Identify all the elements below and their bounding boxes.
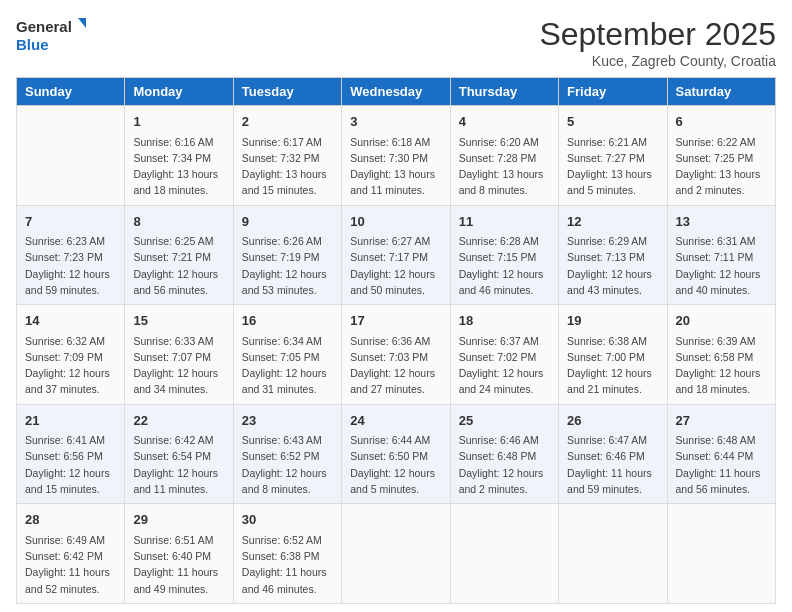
day-number: 12	[567, 212, 658, 232]
day-info: Sunrise: 6:44 AMSunset: 6:50 PMDaylight:…	[350, 432, 441, 497]
svg-marker-1	[78, 18, 86, 28]
day-number: 25	[459, 411, 550, 431]
day-number: 5	[567, 112, 658, 132]
day-number: 23	[242, 411, 333, 431]
day-info: Sunrise: 6:26 AMSunset: 7:19 PMDaylight:…	[242, 233, 333, 298]
day-number: 28	[25, 510, 116, 530]
day-cell: 6Sunrise: 6:22 AMSunset: 7:25 PMDaylight…	[667, 106, 775, 206]
day-info: Sunrise: 6:48 AMSunset: 6:44 PMDaylight:…	[676, 432, 767, 497]
day-number: 11	[459, 212, 550, 232]
week-row-3: 14Sunrise: 6:32 AMSunset: 7:09 PMDayligh…	[17, 305, 776, 405]
day-info: Sunrise: 6:28 AMSunset: 7:15 PMDaylight:…	[459, 233, 550, 298]
column-header-monday: Monday	[125, 78, 233, 106]
month-title: September 2025	[539, 16, 776, 53]
day-info: Sunrise: 6:46 AMSunset: 6:48 PMDaylight:…	[459, 432, 550, 497]
day-info: Sunrise: 6:34 AMSunset: 7:05 PMDaylight:…	[242, 333, 333, 398]
day-number: 18	[459, 311, 550, 331]
day-number: 20	[676, 311, 767, 331]
day-info: Sunrise: 6:51 AMSunset: 6:40 PMDaylight:…	[133, 532, 224, 597]
day-cell: 16Sunrise: 6:34 AMSunset: 7:05 PMDayligh…	[233, 305, 341, 405]
day-cell: 12Sunrise: 6:29 AMSunset: 7:13 PMDayligh…	[559, 205, 667, 305]
day-number: 10	[350, 212, 441, 232]
day-cell: 21Sunrise: 6:41 AMSunset: 6:56 PMDayligh…	[17, 404, 125, 504]
day-cell	[450, 504, 558, 604]
day-number: 21	[25, 411, 116, 431]
day-info: Sunrise: 6:33 AMSunset: 7:07 PMDaylight:…	[133, 333, 224, 398]
day-cell: 19Sunrise: 6:38 AMSunset: 7:00 PMDayligh…	[559, 305, 667, 405]
day-cell	[17, 106, 125, 206]
day-number: 7	[25, 212, 116, 232]
day-info: Sunrise: 6:49 AMSunset: 6:42 PMDaylight:…	[25, 532, 116, 597]
day-cell: 11Sunrise: 6:28 AMSunset: 7:15 PMDayligh…	[450, 205, 558, 305]
day-cell: 17Sunrise: 6:36 AMSunset: 7:03 PMDayligh…	[342, 305, 450, 405]
day-number: 1	[133, 112, 224, 132]
day-info: Sunrise: 6:20 AMSunset: 7:28 PMDaylight:…	[459, 134, 550, 199]
day-info: Sunrise: 6:41 AMSunset: 6:56 PMDaylight:…	[25, 432, 116, 497]
day-number: 26	[567, 411, 658, 431]
day-info: Sunrise: 6:38 AMSunset: 7:00 PMDaylight:…	[567, 333, 658, 398]
location-title: Kuce, Zagreb County, Croatia	[539, 53, 776, 69]
calendar-table: SundayMondayTuesdayWednesdayThursdayFrid…	[16, 77, 776, 604]
day-number: 4	[459, 112, 550, 132]
day-number: 27	[676, 411, 767, 431]
day-info: Sunrise: 6:18 AMSunset: 7:30 PMDaylight:…	[350, 134, 441, 199]
day-number: 22	[133, 411, 224, 431]
day-info: Sunrise: 6:36 AMSunset: 7:03 PMDaylight:…	[350, 333, 441, 398]
day-cell: 13Sunrise: 6:31 AMSunset: 7:11 PMDayligh…	[667, 205, 775, 305]
day-info: Sunrise: 6:43 AMSunset: 6:52 PMDaylight:…	[242, 432, 333, 497]
day-info: Sunrise: 6:32 AMSunset: 7:09 PMDaylight:…	[25, 333, 116, 398]
day-cell: 18Sunrise: 6:37 AMSunset: 7:02 PMDayligh…	[450, 305, 558, 405]
day-number: 9	[242, 212, 333, 232]
column-header-friday: Friday	[559, 78, 667, 106]
day-info: Sunrise: 6:29 AMSunset: 7:13 PMDaylight:…	[567, 233, 658, 298]
column-header-saturday: Saturday	[667, 78, 775, 106]
page-header: General Blue September 2025 Kuce, Zagreb…	[16, 16, 776, 69]
day-number: 15	[133, 311, 224, 331]
day-cell: 24Sunrise: 6:44 AMSunset: 6:50 PMDayligh…	[342, 404, 450, 504]
column-header-sunday: Sunday	[17, 78, 125, 106]
day-cell	[559, 504, 667, 604]
day-cell: 1Sunrise: 6:16 AMSunset: 7:34 PMDaylight…	[125, 106, 233, 206]
day-number: 3	[350, 112, 441, 132]
day-number: 14	[25, 311, 116, 331]
day-cell: 10Sunrise: 6:27 AMSunset: 7:17 PMDayligh…	[342, 205, 450, 305]
day-number: 24	[350, 411, 441, 431]
day-info: Sunrise: 6:21 AMSunset: 7:27 PMDaylight:…	[567, 134, 658, 199]
day-cell: 29Sunrise: 6:51 AMSunset: 6:40 PMDayligh…	[125, 504, 233, 604]
day-cell: 3Sunrise: 6:18 AMSunset: 7:30 PMDaylight…	[342, 106, 450, 206]
day-cell: 25Sunrise: 6:46 AMSunset: 6:48 PMDayligh…	[450, 404, 558, 504]
day-cell: 9Sunrise: 6:26 AMSunset: 7:19 PMDaylight…	[233, 205, 341, 305]
day-cell: 30Sunrise: 6:52 AMSunset: 6:38 PMDayligh…	[233, 504, 341, 604]
day-info: Sunrise: 6:47 AMSunset: 6:46 PMDaylight:…	[567, 432, 658, 497]
column-header-wednesday: Wednesday	[342, 78, 450, 106]
day-cell: 15Sunrise: 6:33 AMSunset: 7:07 PMDayligh…	[125, 305, 233, 405]
day-cell: 2Sunrise: 6:17 AMSunset: 7:32 PMDaylight…	[233, 106, 341, 206]
day-cell: 14Sunrise: 6:32 AMSunset: 7:09 PMDayligh…	[17, 305, 125, 405]
day-info: Sunrise: 6:52 AMSunset: 6:38 PMDaylight:…	[242, 532, 333, 597]
week-row-4: 21Sunrise: 6:41 AMSunset: 6:56 PMDayligh…	[17, 404, 776, 504]
day-cell: 22Sunrise: 6:42 AMSunset: 6:54 PMDayligh…	[125, 404, 233, 504]
day-cell	[667, 504, 775, 604]
day-cell: 20Sunrise: 6:39 AMSunset: 6:58 PMDayligh…	[667, 305, 775, 405]
day-number: 2	[242, 112, 333, 132]
day-cell: 8Sunrise: 6:25 AMSunset: 7:21 PMDaylight…	[125, 205, 233, 305]
day-info: Sunrise: 6:23 AMSunset: 7:23 PMDaylight:…	[25, 233, 116, 298]
day-cell: 27Sunrise: 6:48 AMSunset: 6:44 PMDayligh…	[667, 404, 775, 504]
day-cell: 26Sunrise: 6:47 AMSunset: 6:46 PMDayligh…	[559, 404, 667, 504]
day-info: Sunrise: 6:27 AMSunset: 7:17 PMDaylight:…	[350, 233, 441, 298]
day-number: 29	[133, 510, 224, 530]
day-cell: 23Sunrise: 6:43 AMSunset: 6:52 PMDayligh…	[233, 404, 341, 504]
header-row: SundayMondayTuesdayWednesdayThursdayFrid…	[17, 78, 776, 106]
title-block: September 2025 Kuce, Zagreb County, Croa…	[539, 16, 776, 69]
column-header-thursday: Thursday	[450, 78, 558, 106]
day-cell: 28Sunrise: 6:49 AMSunset: 6:42 PMDayligh…	[17, 504, 125, 604]
week-row-2: 7Sunrise: 6:23 AMSunset: 7:23 PMDaylight…	[17, 205, 776, 305]
day-number: 6	[676, 112, 767, 132]
day-cell	[342, 504, 450, 604]
day-number: 16	[242, 311, 333, 331]
day-number: 19	[567, 311, 658, 331]
day-cell: 7Sunrise: 6:23 AMSunset: 7:23 PMDaylight…	[17, 205, 125, 305]
day-number: 8	[133, 212, 224, 232]
general-blue-logo: General Blue	[16, 16, 86, 60]
day-info: Sunrise: 6:37 AMSunset: 7:02 PMDaylight:…	[459, 333, 550, 398]
